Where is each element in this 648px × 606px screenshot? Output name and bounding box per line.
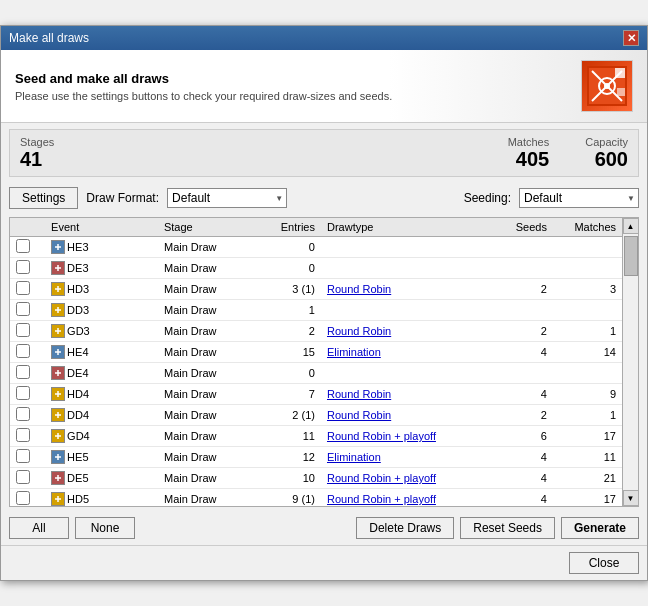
table-row[interactable]: HD3Main Draw3 (1)Round Robin23	[10, 279, 622, 300]
seeds-cell: 4	[497, 489, 553, 507]
row-checkbox[interactable]	[16, 344, 30, 358]
event-icon	[51, 324, 65, 338]
event-icon	[51, 303, 65, 317]
row-checkbox[interactable]	[16, 407, 30, 421]
drawtype-link[interactable]: Round Robin	[327, 409, 391, 421]
matches-stat: Matches 405	[508, 136, 550, 170]
stage-cell: Main Draw	[158, 300, 252, 321]
row-checkbox[interactable]	[16, 239, 30, 253]
reset-seeds-button[interactable]: Reset Seeds	[460, 517, 555, 539]
drawtype-link[interactable]: Round Robin + playoff	[327, 430, 436, 442]
draw-format-dropdown-wrapper[interactable]: Default	[167, 188, 287, 208]
row-checkbox[interactable]	[16, 470, 30, 484]
window-title: Make all draws	[9, 31, 89, 45]
seeds-cell: 2	[497, 279, 553, 300]
scrollbar-thumb[interactable]	[624, 236, 638, 276]
event-cell: HE4	[51, 345, 152, 359]
row-checkbox[interactable]	[16, 428, 30, 442]
row-checkbox[interactable]	[16, 386, 30, 400]
drawtype-link[interactable]: Round Robin	[327, 388, 391, 400]
seeds-cell: 4	[497, 468, 553, 489]
table-row[interactable]: HD4Main Draw7Round Robin49	[10, 384, 622, 405]
delete-draws-button[interactable]: Delete Draws	[356, 517, 454, 539]
entries-cell: 15	[252, 342, 321, 363]
seeding-select[interactable]: Default	[519, 188, 639, 208]
row-checkbox[interactable]	[16, 302, 30, 316]
table-row[interactable]: DD4Main Draw2 (1)Round Robin21	[10, 405, 622, 426]
drawtype-link[interactable]: Elimination	[327, 451, 381, 463]
drawtype-cell[interactable]: Elimination	[321, 447, 497, 468]
main-window: Make all draws ✕ Seed and make all draws…	[0, 25, 648, 581]
entries-cell: 0	[252, 237, 321, 258]
entries-cell: 11	[252, 426, 321, 447]
event-cell: DE5	[51, 471, 152, 485]
matches-cell: 11	[553, 447, 622, 468]
table-row[interactable]: HE5Main Draw12Elimination411	[10, 447, 622, 468]
entries-cell: 12	[252, 447, 321, 468]
table-row[interactable]: DE3Main Draw0	[10, 258, 622, 279]
seeds-cell: 6	[497, 426, 553, 447]
row-checkbox[interactable]	[16, 491, 30, 505]
table-row[interactable]: GD4Main Draw11Round Robin + playoff617	[10, 426, 622, 447]
generate-button[interactable]: Generate	[561, 517, 639, 539]
drawtype-link[interactable]: Round Robin	[327, 325, 391, 337]
stage-cell: Main Draw	[158, 237, 252, 258]
drawtype-link[interactable]: Elimination	[327, 346, 381, 358]
row-checkbox[interactable]	[16, 449, 30, 463]
drawtype-cell[interactable]: Round Robin	[321, 279, 497, 300]
drawtype-cell[interactable]: Elimination	[321, 342, 497, 363]
stages-stat: Stages 41	[20, 136, 54, 170]
matches-cell: 14	[553, 342, 622, 363]
col-seeds: Seeds	[497, 218, 553, 237]
close-button[interactable]: Close	[569, 552, 639, 574]
matches-cell: 1	[553, 405, 622, 426]
table-row[interactable]: DD3Main Draw1	[10, 300, 622, 321]
event-label: HD5	[67, 493, 89, 505]
event-icon	[51, 429, 65, 443]
drawtype-link[interactable]: Round Robin	[327, 283, 391, 295]
row-checkbox[interactable]	[16, 281, 30, 295]
seeding-dropdown-wrapper[interactable]: Default	[519, 188, 639, 208]
header-title: Seed and make all draws	[15, 71, 392, 86]
table-row[interactable]: HE4Main Draw15Elimination414	[10, 342, 622, 363]
event-cell: GD3	[51, 324, 152, 338]
all-button[interactable]: All	[9, 517, 69, 539]
table-row[interactable]: DE4Main Draw0	[10, 363, 622, 384]
svg-rect-6	[615, 68, 625, 78]
row-checkbox[interactable]	[16, 260, 30, 274]
drawtype-cell[interactable]: Round Robin	[321, 321, 497, 342]
matches-cell: 21	[553, 468, 622, 489]
event-icon	[51, 387, 65, 401]
drawtype-link[interactable]: Round Robin + playoff	[327, 472, 436, 484]
scrollbar-down-button[interactable]: ▼	[623, 490, 639, 506]
event-cell: HE3	[51, 240, 152, 254]
row-checkbox[interactable]	[16, 323, 30, 337]
close-window-button[interactable]: ✕	[623, 30, 639, 46]
none-button[interactable]: None	[75, 517, 135, 539]
drawtype-cell[interactable]: Round Robin	[321, 384, 497, 405]
table-row[interactable]: DE5Main Draw10Round Robin + playoff421	[10, 468, 622, 489]
table-row[interactable]: HD5Main Draw9 (1)Round Robin + playoff41…	[10, 489, 622, 507]
seeds-cell: 4	[497, 342, 553, 363]
table-scroll-area[interactable]: Event Stage Entries Drawtype Seeds Match…	[10, 218, 622, 506]
event-cell: DE3	[51, 261, 152, 275]
draw-format-select[interactable]: Default	[167, 188, 287, 208]
row-checkbox[interactable]	[16, 365, 30, 379]
drawtype-cell[interactable]: Round Robin + playoff	[321, 426, 497, 447]
drawtype-link[interactable]: Round Robin + playoff	[327, 493, 436, 505]
drawtype-cell[interactable]: Round Robin	[321, 405, 497, 426]
stage-cell: Main Draw	[158, 384, 252, 405]
footer-bar: Close	[1, 545, 647, 580]
event-icon	[51, 408, 65, 422]
matches-cell	[553, 237, 622, 258]
drawtype-cell[interactable]: Round Robin + playoff	[321, 489, 497, 507]
entries-cell: 9 (1)	[252, 489, 321, 507]
stage-cell: Main Draw	[158, 342, 252, 363]
scrollbar-up-button[interactable]: ▲	[623, 218, 639, 234]
drawtype-cell[interactable]: Round Robin + playoff	[321, 468, 497, 489]
event-label: HD4	[67, 388, 89, 400]
table-row[interactable]: HE3Main Draw0	[10, 237, 622, 258]
seeds-cell: 2	[497, 405, 553, 426]
settings-button[interactable]: Settings	[9, 187, 78, 209]
table-row[interactable]: GD3Main Draw2Round Robin21	[10, 321, 622, 342]
